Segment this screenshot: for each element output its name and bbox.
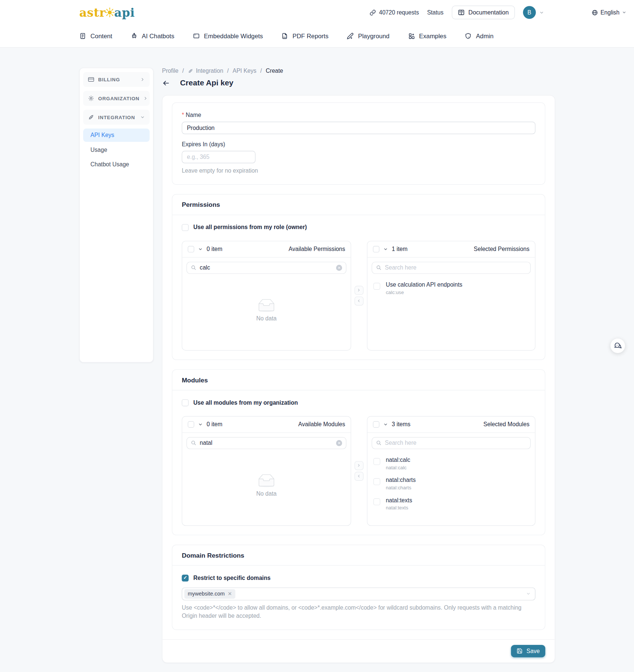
- empty-box-icon: [256, 299, 277, 313]
- avatar: B: [523, 6, 536, 19]
- globe-icon: [591, 9, 598, 16]
- selected-permissions-header: 1 item Selected Permissions: [367, 241, 535, 257]
- clear-search-icon[interactable]: ✕: [336, 265, 342, 271]
- chevron-right-icon: [140, 77, 145, 82]
- available-modules-panel: 0 item Available Modules ✕: [182, 416, 351, 525]
- chevron-down-icon: [539, 10, 544, 15]
- use-all-modules-checkbox[interactable]: [182, 399, 188, 406]
- select-all-checkbox[interactable]: [373, 246, 379, 252]
- grid-plus-icon: [408, 33, 414, 39]
- breadcrumb-current: Create: [266, 68, 283, 74]
- permissions-body: Use all permissions from my role (owner)…: [172, 215, 545, 359]
- permissions-search-input[interactable]: [200, 264, 333, 271]
- selected-permissions-list: Use calculation API endpoints calc:use: [367, 275, 535, 301]
- form-footer: Save: [162, 639, 555, 662]
- sidebar-item-label: Usage: [91, 147, 107, 153]
- list-item[interactable]: natal:texts natal:texts: [367, 493, 535, 513]
- move-right-button[interactable]: [355, 286, 364, 294]
- sidebar-group-integration[interactable]: INTEGRATION: [83, 110, 150, 124]
- nav-item-ai-chatbots[interactable]: AI Chatbots: [131, 33, 174, 39]
- nav-label: Content: [91, 33, 113, 39]
- list-item[interactable]: natal:charts natal:charts: [367, 473, 535, 493]
- item-checkbox[interactable]: [373, 283, 380, 289]
- chat-widget-button[interactable]: [611, 339, 625, 353]
- move-left-button[interactable]: [355, 296, 364, 305]
- move-left-button[interactable]: [355, 472, 364, 480]
- list-item[interactable]: Use calculation API endpoints calc:use: [367, 278, 535, 298]
- chevron-right-icon: [143, 96, 148, 101]
- nav-item-admin[interactable]: Admin: [465, 33, 493, 39]
- page-title: Create Api key: [180, 78, 234, 87]
- nav-item-pdf-reports[interactable]: PDF PDF Reports: [282, 33, 329, 39]
- expires-helper: Leave empty for no expiration: [182, 167, 535, 175]
- plug-icon: [188, 68, 194, 74]
- remove-tag-icon[interactable]: ✕: [228, 591, 232, 597]
- nav-item-playground[interactable]: Playground: [347, 33, 390, 39]
- nav-item-content[interactable]: Content: [79, 33, 113, 39]
- language-selector[interactable]: English: [591, 9, 626, 16]
- sidebar-item-usage[interactable]: Usage: [83, 143, 150, 157]
- restrict-domains-checkbox[interactable]: [182, 574, 188, 581]
- domain-restrictions-body: Restrict to specific domains mywebsite.c…: [172, 565, 545, 629]
- domain-tag: mywebsite.com ✕: [184, 589, 235, 598]
- header-top: astr api 40720 requests Status Documenta…: [79, 0, 627, 25]
- name-input[interactable]: [182, 122, 535, 134]
- sidebar-group-billing[interactable]: BILLING: [83, 72, 150, 87]
- selected-modules-list: natal:calc natal:calc natal:charts: [367, 451, 535, 516]
- back-arrow-icon[interactable]: [162, 79, 170, 87]
- nav-label: Admin: [476, 33, 493, 39]
- requests-counter[interactable]: 40720 requests: [370, 9, 419, 16]
- save-label: Save: [527, 648, 540, 654]
- breadcrumb-separator: /: [227, 68, 229, 74]
- breadcrumb-api-keys[interactable]: API Keys: [233, 68, 256, 74]
- sidebar-group-organization[interactable]: ORGANIZATION: [83, 91, 150, 106]
- nav-item-examples[interactable]: Examples: [408, 33, 446, 39]
- documentation-button[interactable]: Documentation: [452, 6, 515, 19]
- move-right-button[interactable]: [355, 461, 364, 470]
- item-checkbox[interactable]: [373, 498, 380, 505]
- available-permissions-header: 0 item Available Permissions: [182, 241, 351, 257]
- restrict-domains-label: Restrict to specific domains: [194, 575, 271, 581]
- list-item[interactable]: natal:calc natal:calc: [367, 453, 535, 473]
- documentation-label: Documentation: [468, 9, 509, 16]
- panel-label: Available Permissions: [289, 246, 345, 252]
- select-all-checkbox[interactable]: [188, 421, 194, 427]
- item-subtitle: natal:calc: [386, 465, 410, 470]
- user-menu[interactable]: B: [523, 6, 544, 19]
- expires-label: Expires In (days): [182, 141, 535, 147]
- save-button[interactable]: Save: [511, 645, 545, 657]
- sidebar-item-chatbot-usage[interactable]: Chatbot Usage: [83, 158, 150, 171]
- clear-search-icon[interactable]: ✕: [336, 440, 342, 446]
- item-count: 3 items: [392, 421, 410, 427]
- expires-input[interactable]: [182, 151, 256, 163]
- selected-modules-header: 3 items Selected Modules: [367, 416, 535, 433]
- permissions-card: Permissions Use all permissions from my …: [172, 194, 545, 360]
- chevron-down-icon[interactable]: [383, 247, 388, 251]
- chevron-down-icon[interactable]: [383, 422, 388, 427]
- status-link[interactable]: Status: [427, 9, 443, 16]
- chevron-down-icon[interactable]: [198, 247, 203, 251]
- domains-tag-select[interactable]: mywebsite.com ✕: [182, 587, 535, 600]
- breadcrumb-profile[interactable]: Profile: [162, 68, 178, 74]
- panel-label: Selected Modules: [484, 421, 530, 427]
- plug-icon: [88, 114, 94, 120]
- breadcrumb-integration[interactable]: Integration: [188, 68, 224, 74]
- selected-permissions-search-input[interactable]: [385, 264, 526, 271]
- sidebar-group-label: INTEGRATION: [98, 115, 135, 120]
- item-checkbox[interactable]: [373, 458, 380, 464]
- selected-modules-search-input[interactable]: [385, 440, 526, 446]
- nav-item-embeddable-widgets[interactable]: Embeddable Widgets: [193, 33, 263, 39]
- select-all-checkbox[interactable]: [188, 246, 194, 252]
- page-body: BILLING ORGANIZATION INTEGRATION API Key…: [0, 48, 634, 663]
- select-all-checkbox[interactable]: [373, 421, 379, 427]
- credit-card-icon: [88, 76, 94, 82]
- nav-label: AI Chatbots: [142, 33, 174, 39]
- modules-search-input[interactable]: [200, 440, 333, 446]
- sidebar-group-label: BILLING: [98, 77, 120, 82]
- sidebar-item-api-keys[interactable]: API Keys: [83, 128, 150, 142]
- use-all-permissions-checkbox[interactable]: [182, 224, 188, 231]
- item-title: natal:charts: [386, 477, 416, 483]
- logo[interactable]: astr api: [79, 6, 135, 19]
- chevron-down-icon[interactable]: [198, 422, 203, 427]
- item-checkbox[interactable]: [373, 478, 380, 485]
